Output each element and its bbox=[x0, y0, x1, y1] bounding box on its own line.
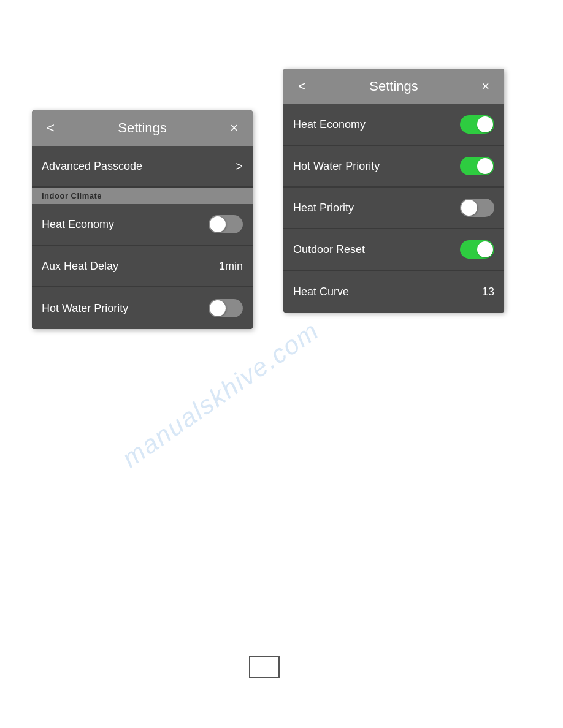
left-close-button[interactable]: × bbox=[225, 119, 243, 137]
right-back-button[interactable]: < bbox=[293, 77, 311, 96]
right-row-heat-curve[interactable]: Heat Curve 13 bbox=[283, 271, 504, 313]
left-settings-panel: < Settings × Advanced Passcode > Indoor … bbox=[32, 110, 253, 329]
left-advanced-passcode-label: Advanced Passcode bbox=[42, 160, 142, 173]
right-heat-economy-label: Heat Economy bbox=[293, 118, 366, 131]
left-heat-economy-knob bbox=[210, 216, 226, 232]
left-panel-title: Settings bbox=[59, 120, 225, 136]
left-hot-water-priority-knob bbox=[210, 300, 226, 316]
right-hot-water-priority-knob bbox=[477, 158, 493, 174]
left-row-heat-economy[interactable]: Heat Economy bbox=[32, 204, 253, 246]
right-row-outdoor-reset[interactable]: Outdoor Reset bbox=[283, 229, 504, 271]
right-heat-economy-toggle[interactable] bbox=[460, 115, 494, 134]
left-section-indoor-climate: Indoor Climate bbox=[32, 188, 253, 204]
left-hot-water-priority-toggle[interactable] bbox=[209, 299, 243, 317]
right-row-hot-water-priority[interactable]: Hot Water Priority bbox=[283, 146, 504, 188]
left-aux-heat-delay-value: 1min bbox=[219, 260, 243, 273]
bottom-rectangle bbox=[249, 656, 280, 678]
right-row-heat-economy[interactable]: Heat Economy bbox=[283, 104, 504, 146]
left-aux-heat-delay-label: Aux Heat Delay bbox=[42, 260, 118, 273]
right-heat-economy-knob bbox=[477, 116, 493, 132]
left-advanced-passcode-arrow: > bbox=[236, 159, 243, 173]
left-heat-economy-label: Heat Economy bbox=[42, 218, 114, 231]
left-row-aux-heat-delay[interactable]: Aux Heat Delay 1min bbox=[32, 246, 253, 287]
right-row-heat-priority[interactable]: Heat Priority bbox=[283, 188, 504, 229]
right-heat-priority-knob bbox=[461, 200, 477, 216]
watermark-text: manualskhive.com bbox=[117, 316, 325, 473]
left-heat-economy-toggle[interactable] bbox=[209, 215, 243, 233]
right-settings-panel: < Settings × Heat Economy Hot Water Prio… bbox=[283, 69, 504, 313]
right-outdoor-reset-toggle[interactable] bbox=[460, 240, 494, 259]
right-close-button[interactable]: × bbox=[477, 77, 494, 96]
left-back-button[interactable]: < bbox=[42, 119, 59, 137]
right-heat-curve-label: Heat Curve bbox=[293, 286, 349, 298]
page-container: < Settings × Advanced Passcode > Indoor … bbox=[0, 0, 563, 728]
left-panel-header: < Settings × bbox=[32, 110, 253, 146]
right-hot-water-priority-toggle[interactable] bbox=[460, 157, 494, 175]
right-heat-curve-value: 13 bbox=[482, 286, 494, 298]
left-row-hot-water-priority[interactable]: Hot Water Priority bbox=[32, 287, 253, 329]
right-outdoor-reset-label: Outdoor Reset bbox=[293, 243, 365, 256]
right-panel-header: < Settings × bbox=[283, 69, 504, 104]
right-heat-priority-toggle[interactable] bbox=[460, 199, 494, 217]
left-row-advanced-passcode[interactable]: Advanced Passcode > bbox=[32, 146, 253, 188]
right-panel-title: Settings bbox=[311, 78, 477, 94]
left-hot-water-priority-label: Hot Water Priority bbox=[42, 302, 128, 315]
right-outdoor-reset-knob bbox=[477, 241, 493, 257]
right-hot-water-priority-label: Hot Water Priority bbox=[293, 160, 380, 173]
right-heat-priority-label: Heat Priority bbox=[293, 202, 354, 214]
